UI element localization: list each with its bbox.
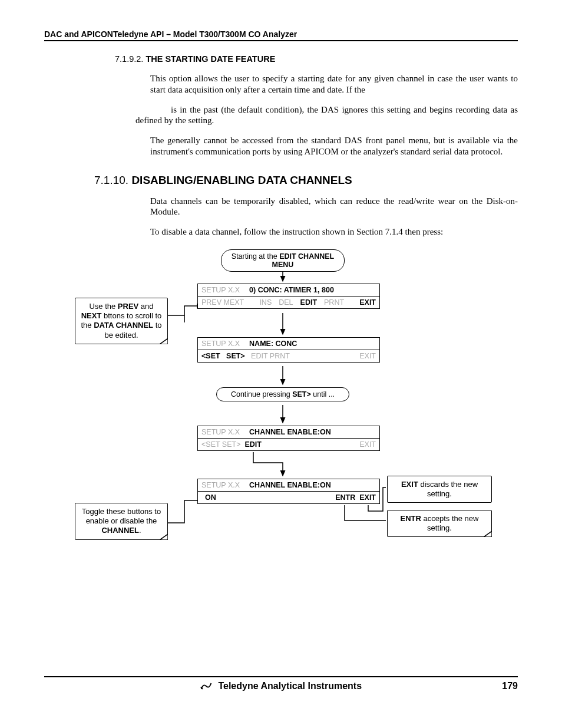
- set-right-button: SET>: [226, 352, 245, 360]
- callout-notch-icon: [160, 534, 168, 540]
- callout-toggle: Toggle these buttons to enable or disabl…: [75, 503, 168, 540]
- text-bold: DATA CHANNEL: [94, 321, 153, 330]
- callout-notch-icon: [160, 338, 168, 344]
- exit-button: EXIT: [359, 440, 376, 449]
- section-title: DISABLING/ENABLING DATA CHANNELS: [131, 174, 352, 186]
- menu-box-2: SETUP X.X NAME: CONC <SET SET> EDIT PRNT…: [197, 337, 380, 363]
- entr-button: ENTR: [335, 493, 355, 502]
- on-button: ON: [205, 493, 216, 502]
- text-bold: EXIT: [401, 480, 418, 489]
- text: until ...: [311, 390, 335, 398]
- text: Starting at the: [232, 252, 279, 261]
- set-buttons: <SET SET>: [201, 440, 240, 449]
- text-bold: SET>: [292, 390, 311, 398]
- set-left-button: <SET: [201, 352, 220, 360]
- menu-content: CHANNEL ENABLE:ON: [249, 428, 331, 436]
- section-title: THE STARTING DATE FEATURE: [146, 54, 275, 64]
- svg-marker-6: [160, 534, 168, 540]
- callout-notch-icon: [484, 531, 492, 537]
- section-number: 7.1.9.2.: [115, 54, 146, 64]
- text: Toggle these buttons to enable or disabl…: [82, 507, 161, 525]
- exit-button: EXIT: [359, 493, 376, 502]
- text: accepts the new setting.: [421, 514, 479, 532]
- text-bold: ENTR: [401, 514, 421, 523]
- svg-marker-7: [484, 531, 492, 537]
- edit-prnt-buttons: EDIT PRNT: [251, 352, 290, 360]
- page-footer: Teledyne Analytical Instruments 179: [44, 676, 518, 691]
- svg-marker-5: [160, 338, 168, 344]
- section-7-1-10-heading: 7.1.10. DISABLING/ENABLING DATA CHANNELS: [94, 174, 518, 187]
- text-bold: EDIT CHANNEL MENU: [272, 252, 335, 269]
- text: .: [139, 526, 141, 535]
- section-number: 7.1.10.: [94, 174, 131, 186]
- page-number: 179: [502, 681, 518, 691]
- text: discards the new setting.: [418, 480, 478, 498]
- menu-content: CHANNEL ENABLE:ON: [249, 481, 331, 489]
- menu-box-4: SETUP X.X CHANNEL ENABLE:ON ON ENTR EXIT: [197, 479, 380, 504]
- callout-exit: EXIT discards the new setting.: [387, 476, 492, 503]
- exit-button: EXIT: [359, 352, 376, 360]
- callout-prev-next: Use the PREV and NEXT bttons to scroll t…: [75, 298, 168, 344]
- paragraph: is in the past (the default condition), …: [135, 104, 518, 127]
- prev-next-buttons: PREV MEXT: [201, 298, 244, 307]
- prnt-button: PRNT: [324, 298, 344, 307]
- flow-continue: Continue pressing SET> until ...: [216, 387, 349, 401]
- menu-box-3: SETUP X.X CHANNEL ENABLE:ON <SET SET> ED…: [197, 426, 380, 451]
- exit-button: EXIT: [359, 298, 376, 307]
- setup-label: SETUP X.X: [201, 340, 240, 348]
- text: Continue pressing: [231, 390, 292, 398]
- setup-label: SETUP X.X: [201, 481, 240, 489]
- edit-button: EDIT: [244, 440, 261, 449]
- text: Use the: [89, 302, 117, 311]
- paragraph: Data channels can be temporarily disable…: [150, 196, 518, 218]
- text-bold: PREV: [118, 302, 138, 311]
- text: and: [138, 302, 153, 311]
- setup-label: SETUP X.X: [201, 428, 240, 436]
- flow-start: Starting at the EDIT CHANNEL MENU: [221, 249, 345, 272]
- text-bold: NEXT: [81, 311, 102, 320]
- text-bold: CHANNEL: [101, 526, 139, 535]
- paragraph: To disable a data channel, follow the in…: [150, 226, 518, 238]
- paragraph: This option allows the user to specify a…: [150, 73, 518, 95]
- setup-label: SETUP X.X: [201, 286, 240, 294]
- paragraph: The generally cannot be accessed from th…: [150, 135, 518, 157]
- callout-entr: ENTR accepts the new setting.: [387, 510, 492, 538]
- section-7-1-9-2-heading: 7.1.9.2. THE STARTING DATE FEATURE: [115, 54, 518, 64]
- menu-content: NAME: CONC: [249, 340, 297, 348]
- teledyne-logo-icon: [200, 682, 212, 690]
- flowchart: Starting at the EDIT CHANNEL MENU SETUP …: [56, 246, 504, 558]
- ins-button: INS: [259, 298, 272, 307]
- menu-content: 0) CONC: ATIMER 1, 800: [249, 286, 334, 294]
- menu-box-1: SETUP X.X 0) CONC: ATIMER 1, 800 PREV ME…: [197, 284, 380, 309]
- page-header: DAC and APICONTeledyne API – Model T300/…: [44, 29, 518, 41]
- footer-company: Teledyne Analytical Instruments: [218, 681, 362, 691]
- del-button: DEL: [279, 298, 293, 307]
- edit-button: EDIT: [300, 298, 317, 307]
